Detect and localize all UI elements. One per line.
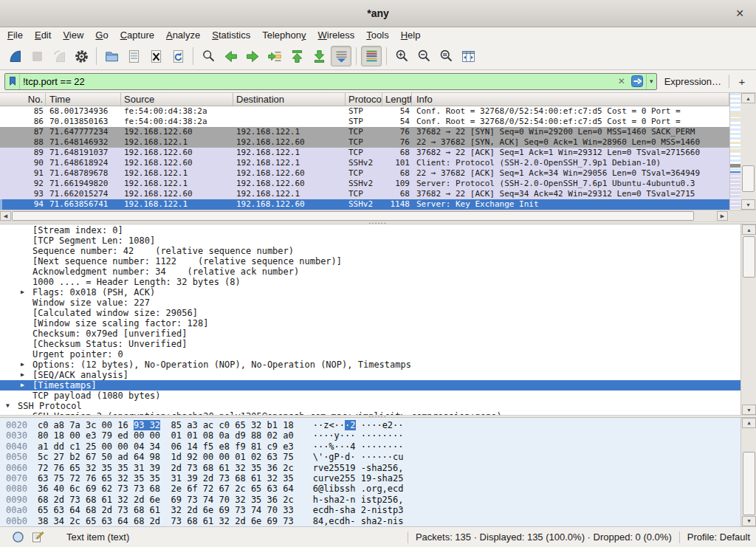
- menu-analyze[interactable]: Analyze: [160, 27, 206, 43]
- go-first-button[interactable]: [286, 46, 307, 66]
- zoom-reset-button[interactable]: [436, 46, 456, 66]
- menu-capture[interactable]: Capture: [114, 27, 160, 43]
- close-file-button[interactable]: [145, 46, 166, 66]
- scroll-up-icon[interactable]: ▲: [742, 224, 756, 235]
- hex-row-0070[interactable]: 007063 75 72 76 65 32 35 35 31 39 2d 73 …: [0, 473, 740, 484]
- column-header-src[interactable]: Source: [121, 93, 233, 106]
- go-to-packet-button[interactable]: [264, 46, 285, 66]
- packet-list-horizontal-scrollbar[interactable]: ◀ ▶: [0, 210, 729, 221]
- colorize-button[interactable]: [361, 46, 382, 66]
- hex-row-00a0[interactable]: 00a065 63 64 68 2d 73 68 61 32 2d 6e 69 …: [0, 505, 740, 515]
- menu-help[interactable]: Help: [395, 27, 427, 43]
- detail-line[interactable]: ▶[Timestamps]: [0, 380, 740, 391]
- packet-row-86[interactable]: 8670.013850163fe:54:00:d4:38:2aSTP54Conf…: [0, 117, 729, 127]
- packet-row-94[interactable]: 9471.663856741192.168.122.1192.168.122.6…: [0, 199, 729, 210]
- hex-row-0020[interactable]: 0020c0 a8 7a 3c 00 16 93 32 85 a3 ac c0 …: [0, 420, 740, 430]
- detail-line[interactable]: ▼SSH Protocol: [0, 401, 740, 411]
- detail-line[interactable]: TCP payload (1080 bytes): [0, 391, 740, 401]
- column-header-len[interactable]: Length: [382, 93, 412, 106]
- save-file-button[interactable]: [123, 46, 144, 66]
- detail-line[interactable]: [Next sequence number: 1122 (relative se…: [0, 256, 740, 266]
- menu-statistics[interactable]: Statistics: [206, 27, 256, 43]
- expression-button[interactable]: Expression…: [664, 76, 721, 87]
- detail-line[interactable]: ▶Flags: 0x018 (PSH, ACK): [0, 287, 740, 297]
- menu-telephony[interactable]: Telephony: [256, 27, 312, 43]
- detail-line[interactable]: ▶SSH Version 2 (encryption:chacha20-poly…: [0, 411, 740, 415]
- packet-list-vertical-scrollbar[interactable]: ▲ ▼: [740, 93, 756, 210]
- detail-line[interactable]: Sequence number: 42 (relative sequence n…: [0, 246, 740, 256]
- capture-comment-icon[interactable]: [32, 531, 44, 543]
- filter-dropdown-icon[interactable]: ▾: [646, 74, 656, 89]
- detail-line[interactable]: 1000 .... = Header Length: 32 bytes (8): [0, 277, 740, 287]
- expert-info-icon[interactable]: [12, 531, 24, 543]
- menu-view[interactable]: View: [57, 27, 89, 43]
- display-filter-input[interactable]: [20, 74, 615, 89]
- scroll-down-icon[interactable]: ▼: [741, 199, 755, 210]
- hex-row-0060[interactable]: 006072 76 65 32 35 35 31 39 2d 73 68 61 …: [0, 463, 740, 473]
- go-back-button[interactable]: [220, 46, 241, 66]
- expander-icon[interactable]: ▶: [21, 380, 32, 391]
- detail-line[interactable]: Checksum: 0x79ed [unverified]: [0, 328, 740, 339]
- expander-icon[interactable]: ▼: [6, 401, 18, 411]
- detail-line[interactable]: Urgent pointer: 0: [0, 349, 740, 359]
- column-header-proto[interactable]: Protocol: [346, 93, 382, 106]
- close-window-icon[interactable]: ✕: [732, 6, 747, 21]
- find-packet-button[interactable]: [198, 46, 219, 66]
- filter-bookmark-icon[interactable]: [5, 74, 20, 89]
- detail-line[interactable]: Acknowledgment number: 34 (relative ack …: [0, 266, 740, 277]
- profile-label[interactable]: Profile: Default: [687, 531, 750, 543]
- filter-clear-icon[interactable]: ✕: [615, 76, 628, 86]
- scrollbar-thumb[interactable]: [742, 165, 755, 192]
- scroll-right-icon[interactable]: ▶: [717, 211, 728, 221]
- hex-row-0080[interactable]: 008036 40 6c 69 62 73 73 68 2e 6f 72 67 …: [0, 484, 740, 494]
- open-file-button[interactable]: [101, 46, 122, 66]
- menu-edit[interactable]: Edit: [29, 27, 57, 43]
- intelligent-scrollbar-minimap[interactable]: [729, 93, 740, 210]
- expander-icon[interactable]: ▶: [21, 359, 32, 370]
- go-last-button[interactable]: [309, 46, 329, 66]
- detail-line[interactable]: [TCP Segment Len: 1080]: [0, 235, 740, 246]
- packet-row-92[interactable]: 9271.661949820192.168.122.1192.168.122.6…: [0, 179, 729, 189]
- start-capture-button[interactable]: [4, 46, 25, 66]
- scrollbar-thumb[interactable]: [743, 236, 755, 278]
- expander-icon[interactable]: ▶: [21, 287, 32, 297]
- packet-row-91[interactable]: 9171.648789678192.168.122.1192.168.122.6…: [0, 168, 729, 179]
- scrollbar-thumb[interactable]: [743, 452, 755, 515]
- scroll-down-icon[interactable]: ▼: [742, 405, 756, 415]
- column-header-info[interactable]: Info: [412, 93, 729, 106]
- filter-apply-icon[interactable]: [629, 75, 645, 89]
- menu-wireless[interactable]: Wireless: [312, 27, 361, 43]
- packet-row-87[interactable]: 8771.647777234192.168.122.60192.168.122.…: [0, 127, 729, 137]
- packet-row-93[interactable]: 9371.662015274192.168.122.60192.168.122.…: [0, 189, 729, 199]
- menu-go[interactable]: Go: [89, 27, 114, 43]
- display-filter-field[interactable]: ✕ ▾: [4, 73, 657, 90]
- capture-options-button[interactable]: [71, 46, 92, 66]
- resize-columns-button[interactable]: [458, 46, 478, 66]
- zoom-out-button[interactable]: [413, 46, 434, 66]
- hex-row-0050[interactable]: 00505c 27 b2 67 50 ad 64 98 1d 92 00 00 …: [0, 452, 740, 462]
- scroll-up-icon[interactable]: ▲: [741, 93, 755, 103]
- expander-icon[interactable]: ▶: [21, 411, 32, 415]
- hex-row-00b0[interactable]: 00b038 34 2c 65 63 64 68 2d 73 68 61 32 …: [0, 516, 740, 526]
- detail-line[interactable]: [Calculated window size: 29056]: [0, 308, 740, 318]
- add-filter-button[interactable]: +: [735, 75, 749, 88]
- details-vertical-scrollbar[interactable]: ▲ ▼: [740, 224, 756, 415]
- bytes-vertical-scrollbar[interactable]: ▲ ▼: [740, 418, 756, 526]
- packet-row-89[interactable]: 8971.648191037192.168.122.60192.168.122.…: [0, 148, 729, 158]
- detail-line[interactable]: [Checksum Status: Unverified]: [0, 339, 740, 349]
- scrollbar-thumb[interactable]: [12, 211, 694, 221]
- scroll-down-icon[interactable]: ▼: [742, 516, 756, 526]
- auto-scroll-button[interactable]: [331, 46, 351, 66]
- menu-tools[interactable]: Tools: [360, 27, 394, 43]
- expander-icon[interactable]: ▶: [21, 370, 32, 380]
- hex-row-0040[interactable]: 0040a1 dd c1 25 00 00 04 34 06 14 f5 e8 …: [0, 441, 740, 452]
- go-forward-button[interactable]: [242, 46, 263, 66]
- reload-file-button[interactable]: [168, 46, 188, 66]
- menu-file[interactable]: File: [1, 27, 29, 43]
- packet-row-90[interactable]: 9071.648618924192.168.122.60192.168.122.…: [0, 158, 729, 168]
- zoom-in-button[interactable]: [391, 46, 412, 66]
- column-header-dst[interactable]: Destination: [233, 93, 346, 106]
- detail-line[interactable]: ▶[SEQ/ACK analysis]: [0, 370, 740, 380]
- packet-row-85[interactable]: 8568.001734936fe:54:00:d4:38:2aSTP54Conf…: [0, 106, 729, 117]
- detail-line[interactable]: [Window size scaling factor: 128]: [0, 318, 740, 328]
